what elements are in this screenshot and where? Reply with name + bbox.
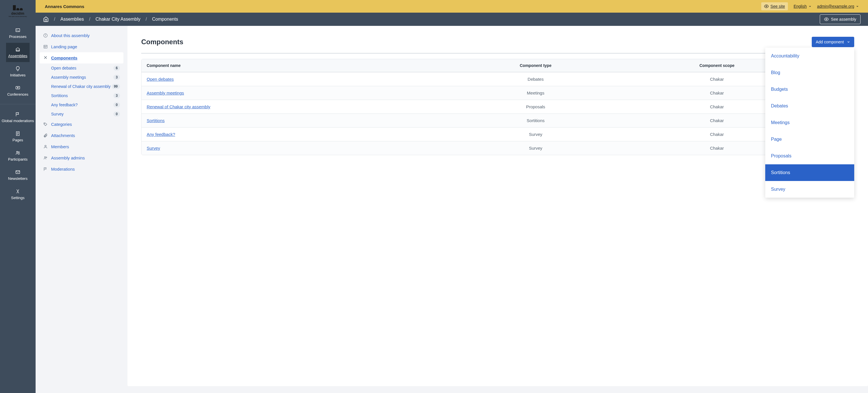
component-type: Survey [448,141,623,155]
sidebar-sub-item[interactable]: Any feedback?0 [48,100,123,109]
assemblies-icon [15,47,20,52]
add-component-button[interactable]: Add component [812,37,854,47]
initiatives-icon [15,66,20,71]
component-link[interactable]: Open debates [147,77,174,82]
sidebar-item-label: Moderations [51,167,75,171]
chevron-down-icon [809,5,811,8]
table-row: Assembly meetingsMeetingsChakar [142,86,854,100]
nav-label: Global moderations [2,119,34,123]
sidebar-item-label: Assembly admins [51,156,85,160]
count-badge: 3 [113,93,120,98]
dropdown-item-page[interactable]: Page [765,131,854,148]
sidebar-item-moderations[interactable]: Moderations [40,164,123,175]
sub-item-label: Any feedback? [51,103,113,107]
component-link[interactable]: Sortitions [147,118,165,123]
nav-item-global-moderations[interactable]: Global moderations [1,108,35,127]
page-title: Components [141,38,812,46]
svg-point-10 [766,6,767,7]
component-type: Debates [448,72,623,86]
nav-item-participants[interactable]: Participants [1,146,35,166]
component-link[interactable]: Any feedback? [147,132,175,137]
breadcrumb-link[interactable]: Assemblies [60,17,84,22]
dropdown-item-blog[interactable]: Blog [765,64,854,81]
breadcrumb: / Assemblies / Chakar City Assembly / Co… [43,17,816,22]
logo[interactable]: decidim free open-source democracy [9,5,27,17]
logo-tagline: free open-source democracy [9,16,27,17]
table-row: SurveySurveyChakar [142,141,854,155]
sidebar-item-members[interactable]: Members [40,141,123,152]
sidebar-sub-item[interactable]: Renewal of Chakar city assembly99 [48,82,123,91]
component-link[interactable]: Renewal of Chakar city assembly [147,104,210,109]
dropdown-item-meetings[interactable]: Meetings [765,114,854,131]
sub-item-label: Survey [51,112,113,116]
svg-point-18 [44,123,44,123]
component-link[interactable]: Assembly meetings [147,90,184,95]
sidebar-item-label: Categories [51,122,72,127]
component-type: Proposals [448,100,623,113]
chevron-down-icon [856,5,859,8]
svg-rect-15 [43,46,47,48]
svg-point-21 [46,157,47,158]
sidebar-item-assembly-admins[interactable]: Assembly admins [40,152,123,164]
table-row: Open debatesDebatesChakar [142,72,854,86]
nav-item-pages[interactable]: Pages [1,127,35,146]
dropdown-item-survey[interactable]: Survey [765,181,854,198]
dropdown-item-budgets[interactable]: Budgets [765,81,854,98]
component-link[interactable]: Survey [147,146,160,150]
logo-icon [13,5,23,10]
sub-item-label: Open debates [51,66,113,71]
dropdown-item-sortitions[interactable]: Sortitions [765,164,854,181]
component-type: Sortitions [448,113,623,127]
sidebar-sub-item[interactable]: Assembly meetings3 [48,73,123,82]
language-selector[interactable]: English [794,4,811,9]
see-assembly-button[interactable]: See assembly [820,15,861,24]
breadcrumb-link[interactable]: Chakar City Assembly [96,17,141,22]
see-site-link[interactable]: See site [761,2,788,10]
sidebar-sub-item[interactable]: Open debates6 [48,63,123,73]
sidebar-item-about-this-assembly[interactable]: About this assembly [40,30,123,41]
svg-point-11 [826,19,827,20]
users-icon [43,156,48,160]
sidebar-sub-item[interactable]: Survey0 [48,109,123,119]
dropdown-item-accountability[interactable]: Accountability [765,48,854,64]
nav-label: Pages [2,138,34,142]
eye-icon [764,4,769,9]
home-icon[interactable] [43,17,49,22]
nav-item-conferences[interactable]: Conferences [6,81,30,101]
sidebar-item-label: Attachments [51,133,75,138]
eye-icon [824,17,829,22]
count-badge: 0 [113,111,120,117]
components-table: Component name Component type Component … [141,59,854,155]
layout-icon [43,45,48,49]
dropdown-item-debates[interactable]: Debates [765,98,854,114]
global-moderations-icon [15,112,20,117]
processes-icon [15,28,20,33]
user-menu[interactable]: admin@example.org [817,4,859,9]
site-title: Annares Commons [45,4,755,9]
svg-rect-0 [16,29,20,32]
add-component-dropdown: AccountabilityBlogBudgetsDebatesMeetings… [765,48,854,198]
nav-item-settings[interactable]: Settings [1,185,35,204]
nav-label: Initiatives [7,73,28,77]
nav-item-initiatives[interactable]: Initiatives [6,62,30,81]
component-type: Survey [448,127,623,141]
sidebar-item-label: Components [51,55,78,60]
conferences-icon [15,85,20,90]
sidebar-item-attachments[interactable]: Attachments [40,130,123,141]
sidebar-sub-item[interactable]: Sortitions3 [48,91,123,100]
sidebar-item-components[interactable]: Components [40,52,123,63]
nav-divider [0,104,36,104]
count-badge: 3 [113,75,120,80]
sidebar-item-landing-page[interactable]: Landing page [40,41,123,52]
sidebar-item-categories[interactable]: Categories [40,119,123,130]
svg-point-7 [17,151,18,153]
dropdown-item-proposals[interactable]: Proposals [765,148,854,164]
column-header: Component name [142,59,448,72]
count-badge: 0 [113,102,120,108]
nav-item-processes[interactable]: Processes [6,24,30,43]
logo-text: decidim [11,11,24,16]
participants-icon [15,150,20,156]
nav-label: Processes [7,34,28,39]
nav-item-assemblies[interactable]: Assemblies [6,43,30,62]
nav-item-newsletters[interactable]: Newsletters [1,166,35,185]
